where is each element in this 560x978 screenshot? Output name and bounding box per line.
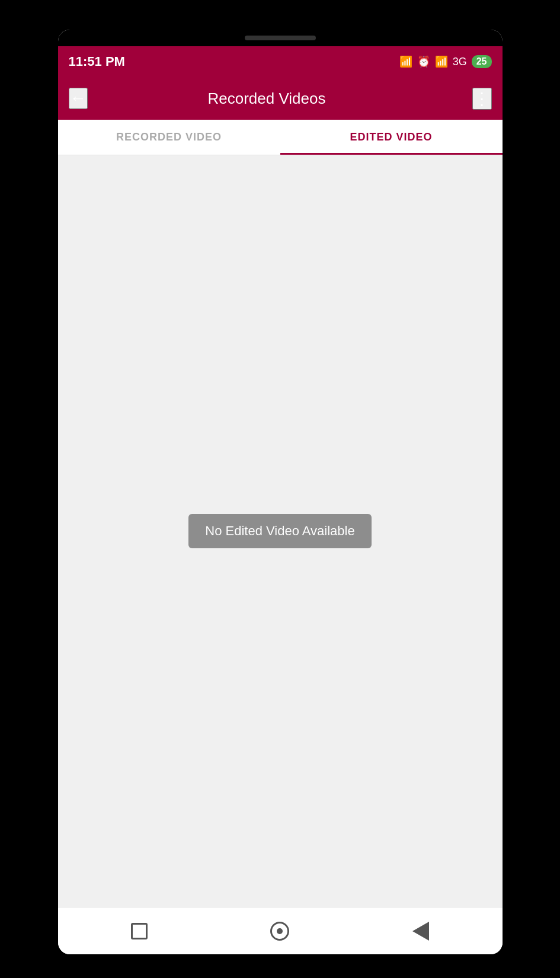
notch-bar <box>58 30 503 46</box>
empty-message: No Edited Video Available <box>188 514 371 548</box>
stop-icon <box>131 923 148 939</box>
tab-recorded-video[interactable]: RECORDED VIDEO <box>58 120 280 155</box>
phone-frame: 11:51 PM 📶 ⏰ 📶 3G 25 ← Recorded Videos ⋮… <box>0 0 560 978</box>
stop-button[interactable] <box>131 923 148 939</box>
home-icon <box>270 922 289 941</box>
battery-badge: 25 <box>472 55 492 68</box>
tab-edited-video[interactable]: EDITED VIDEO <box>280 120 503 155</box>
alarm-icon: ⏰ <box>417 55 430 68</box>
status-time: 11:51 PM <box>69 54 125 69</box>
status-icons: 📶 ⏰ 📶 3G 25 <box>399 55 492 68</box>
back-nav-button[interactable] <box>412 922 429 941</box>
content-area: No Edited Video Available <box>58 155 503 907</box>
home-button[interactable] <box>270 922 289 941</box>
back-triangle-icon <box>412 922 429 941</box>
nav-bar <box>58 907 503 954</box>
app-bar: ← Recorded Videos ⋮ <box>58 77 503 120</box>
notch-dots <box>245 36 316 40</box>
phone-body: 11:51 PM 📶 ⏰ 📶 3G 25 ← Recorded Videos ⋮… <box>58 30 503 954</box>
back-button[interactable]: ← <box>69 88 88 109</box>
network-label: 3G <box>453 56 467 68</box>
more-options-button[interactable]: ⋮ <box>472 88 492 110</box>
status-bar: 11:51 PM 📶 ⏰ 📶 3G 25 <box>58 46 503 77</box>
page-title: Recorded Videos <box>97 90 437 108</box>
bluetooth-icon: 📶 <box>399 55 412 68</box>
signal-icon: 📶 <box>435 55 448 68</box>
tabs-bar: RECORDED VIDEO EDITED VIDEO <box>58 120 503 155</box>
